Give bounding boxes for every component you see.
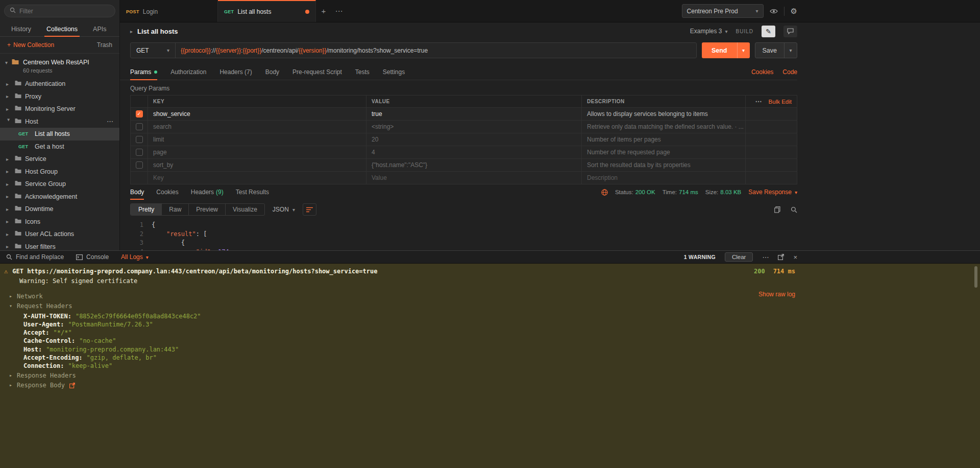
- log-section-response-headers[interactable]: ▸ Response Headers: [9, 371, 980, 380]
- console-tab[interactable]: Console: [76, 253, 109, 261]
- request-section-tab[interactable]: Authorization: [170, 64, 206, 80]
- tree-item[interactable]: ▸ Icons ⋯: [0, 216, 119, 228]
- view-mode-tab[interactable]: Preview: [188, 204, 225, 215]
- sidebar-tab[interactable]: Collections: [46, 21, 78, 36]
- param-key-cell[interactable]: show_service: [148, 108, 366, 120]
- more-options-icon[interactable]: ⋯: [107, 118, 119, 125]
- param-key-cell[interactable]: search: [148, 121, 366, 133]
- param-description-cell[interactable]: Allows to display services belonging to …: [582, 108, 746, 120]
- request-section-tab[interactable]: Headers (7): [219, 64, 252, 80]
- close-console-icon[interactable]: ×: [793, 253, 797, 261]
- param-description-cell[interactable]: Number of the requested page: [582, 146, 746, 158]
- response-tab[interactable]: Cookies: [156, 184, 178, 200]
- row-checkbox[interactable]: ✓: [136, 123, 143, 130]
- param-value-cell[interactable]: <string>: [366, 121, 582, 133]
- request-section-tab[interactable]: Settings: [383, 64, 405, 80]
- open-in-new-window-icon[interactable]: [778, 254, 784, 260]
- tree-item[interactable]: ▸ Service ⋯: [0, 153, 119, 166]
- response-body-editor[interactable]: 1 { 2 "result" : [ 3: [130, 219, 797, 250]
- log-section-network[interactable]: ▸ Network: [9, 292, 980, 300]
- tree-item[interactable]: ▸ GET Get a host ⋯: [0, 141, 119, 153]
- comment-button[interactable]: [783, 26, 797, 37]
- request-tab[interactable]: GET List all hosts: [218, 0, 316, 22]
- tree-item[interactable]: ▸ Proxy ⋯: [0, 90, 119, 103]
- examples-dropdown[interactable]: Examples 3 ▾: [690, 28, 728, 35]
- filter-input[interactable]: [19, 8, 110, 15]
- param-key-cell[interactable]: limit: [148, 133, 366, 146]
- response-tab[interactable]: Headers (9): [191, 184, 224, 200]
- log-section-response-body[interactable]: ▸ Response Body: [9, 381, 980, 389]
- request-section-tab[interactable]: Tests: [355, 64, 370, 80]
- collection-root[interactable]: ▾ Centreon Web RestAPI 60 requests: [0, 54, 119, 78]
- tree-item[interactable]: ▸ Authentication ⋯: [0, 78, 119, 90]
- sidebar-tab[interactable]: APIs: [93, 21, 106, 36]
- find-and-replace-button[interactable]: Find and Replace: [6, 253, 64, 261]
- tree-item[interactable]: ▸ Service Group ⋯: [0, 178, 119, 191]
- table-options-icon[interactable]: ⋯: [755, 98, 763, 105]
- new-tab-button[interactable]: +: [316, 0, 331, 22]
- log-filter-dropdown[interactable]: All Logs ▾: [121, 253, 149, 261]
- view-mode-tab[interactable]: Raw: [161, 204, 188, 215]
- settings-gear-icon[interactable]: ⚙: [791, 7, 797, 16]
- param-description-cell[interactable]: Number of items per pages: [582, 133, 746, 146]
- tree-item[interactable]: ▸ Monitoring Server ⋯: [0, 103, 119, 115]
- row-checkbox[interactable]: ✓: [136, 136, 143, 143]
- param-description-cell[interactable]: Description: [582, 172, 746, 184]
- bulk-edit-link[interactable]: Bulk Edit: [769, 99, 792, 105]
- sidebar-tab[interactable]: History: [11, 21, 31, 36]
- request-section-tab[interactable]: Pre-request Script: [292, 64, 342, 80]
- row-checkbox[interactable]: ✓: [136, 149, 143, 156]
- external-link-icon[interactable]: [69, 383, 75, 388]
- request-tab[interactable]: POST Login: [120, 0, 218, 22]
- environment-eye-icon[interactable]: [770, 8, 778, 14]
- request-section-tab[interactable]: Params: [130, 64, 157, 80]
- view-mode-tab[interactable]: Pretty: [131, 204, 161, 215]
- response-tab[interactable]: Test Results: [236, 184, 269, 200]
- param-description-cell[interactable]: Retrieve only data matching the defined …: [582, 121, 746, 133]
- request-section-tab[interactable]: Body: [265, 64, 279, 80]
- new-collection-button[interactable]: + New Collection: [7, 41, 54, 49]
- language-selector[interactable]: JSON ▾: [273, 206, 295, 213]
- code-link[interactable]: Code: [782, 68, 797, 76]
- wrap-lines-button[interactable]: [303, 203, 316, 216]
- tree-item[interactable]: ▸ GET List all hosts ⋯: [0, 128, 119, 141]
- send-button[interactable]: Send: [702, 42, 737, 58]
- response-tab[interactable]: Body: [130, 184, 144, 200]
- show-raw-log-link[interactable]: Show raw log: [758, 291, 795, 298]
- tree-item[interactable]: ▸ User ACL actions ⋯: [0, 228, 119, 241]
- view-mode-tab[interactable]: Visualize: [225, 204, 264, 215]
- log-section-request-headers[interactable]: ▾ Request Headers: [9, 302, 980, 310]
- param-value-cell[interactable]: 4: [366, 146, 582, 158]
- save-options-caret[interactable]: ▾: [784, 43, 797, 58]
- tree-item[interactable]: ▸ Host ⋯: [0, 115, 119, 128]
- tab-options-icon[interactable]: ⋯: [331, 0, 347, 22]
- environment-selector[interactable]: Centreon Pre Prod ▾: [682, 4, 764, 18]
- param-key-cell[interactable]: page: [148, 146, 366, 158]
- param-value-cell[interactable]: true: [366, 108, 582, 120]
- tree-item[interactable]: ▸ User filters ⋯: [0, 241, 119, 251]
- console-scrollbar-thumb[interactable]: [974, 266, 977, 288]
- send-options-caret[interactable]: ▾: [737, 42, 750, 58]
- save-response-button[interactable]: Save Response ▾: [748, 189, 797, 196]
- url-input[interactable]: {{protocol}}://{{server}}:{{port}}/centr…: [176, 43, 696, 58]
- search-response-icon[interactable]: [791, 206, 797, 213]
- param-value-cell[interactable]: Value: [366, 172, 582, 184]
- console-options-icon[interactable]: ⋯: [762, 253, 769, 261]
- tree-item[interactable]: ▸ Acknowledgement ⋯: [0, 191, 119, 203]
- row-checkbox[interactable]: ✓: [136, 161, 143, 169]
- edit-pencil-button[interactable]: ✎: [762, 26, 775, 37]
- collapse-caret-icon[interactable]: ▸: [130, 29, 133, 34]
- cookies-link[interactable]: Cookies: [751, 68, 773, 76]
- trash-button[interactable]: Trash: [97, 41, 112, 49]
- copy-icon[interactable]: [774, 206, 780, 213]
- method-selector[interactable]: GET ▾: [131, 43, 176, 58]
- clear-console-button[interactable]: Clear: [725, 252, 753, 262]
- network-globe-icon[interactable]: [601, 189, 608, 196]
- row-checkbox[interactable]: ✓: [136, 110, 143, 118]
- save-button[interactable]: Save: [755, 43, 785, 58]
- tree-item[interactable]: ▸ Downtime ⋯: [0, 203, 119, 216]
- param-key-cell[interactable]: sort_by: [148, 159, 366, 171]
- param-value-cell[interactable]: {"host.name":"ASC"}: [366, 159, 582, 171]
- param-description-cell[interactable]: Sort the resulted data by its properties: [582, 159, 746, 171]
- log-request-entry[interactable]: ⚠ GET https://monitoring-preprod.company…: [4, 268, 980, 275]
